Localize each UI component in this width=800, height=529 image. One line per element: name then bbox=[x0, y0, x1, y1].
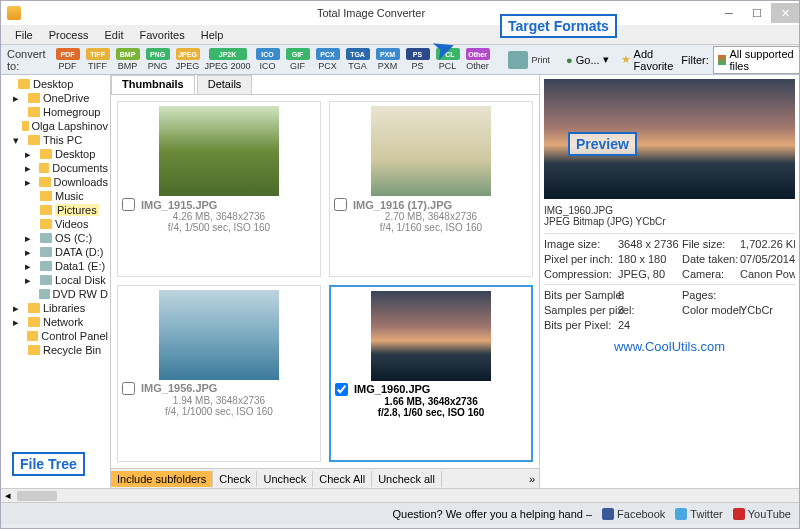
uncheck-all-button[interactable]: Uncheck all bbox=[372, 471, 442, 487]
uncheck-button[interactable]: Uncheck bbox=[257, 471, 313, 487]
convert-to-label: Convert to: bbox=[7, 48, 46, 72]
maximize-button[interactable]: ☐ bbox=[743, 3, 771, 23]
bin-icon bbox=[28, 345, 40, 355]
tree-node[interactable]: ▸Downloads bbox=[3, 175, 108, 189]
menu-help[interactable]: Help bbox=[193, 29, 232, 41]
printer-icon bbox=[508, 51, 528, 69]
thumbnail-checkbox[interactable] bbox=[335, 383, 348, 396]
tree-node[interactable]: ▸Network bbox=[3, 315, 108, 329]
format-jpeg-button[interactable]: JPEGJPEG bbox=[174, 48, 202, 71]
thumbnail-checkbox[interactable] bbox=[122, 198, 135, 211]
tree-node[interactable]: Videos bbox=[3, 217, 108, 231]
menu-file[interactable]: File bbox=[7, 29, 41, 41]
tree-node[interactable]: ▸Documents bbox=[3, 161, 108, 175]
thumbnail-item[interactable]: IMG_1960.JPG1.66 MB, 3648x2736f/2.8, 1/6… bbox=[329, 285, 533, 463]
format-jp2k-button[interactable]: JP2KJPEG 2000 bbox=[204, 48, 252, 71]
filter-select[interactable]: All supported files▾ bbox=[713, 46, 800, 74]
preview-properties: Image size:3648 x 2736 File size:1,702.2… bbox=[544, 233, 795, 280]
menu-bar: File Process Edit Favorites Help bbox=[1, 25, 799, 45]
filter-label: Filter: bbox=[681, 54, 709, 66]
view-tabs: Thumbnails Details bbox=[111, 75, 539, 95]
include-subfolders-button[interactable]: Include subfolders bbox=[111, 471, 213, 487]
thumbnail-name: IMG_1916 (17).JPG bbox=[353, 199, 452, 211]
disk-icon bbox=[40, 261, 52, 271]
format-bmp-button[interactable]: BMPBMP bbox=[114, 48, 142, 71]
preview-image bbox=[544, 79, 795, 199]
print-button[interactable] bbox=[504, 51, 532, 69]
thumbnail-image bbox=[371, 106, 491, 196]
youtube-icon bbox=[733, 508, 745, 520]
format-ps-button[interactable]: PSPS bbox=[404, 48, 432, 71]
thumbnail-item[interactable]: IMG_1915.JPG4.26 MB, 3648x2736f/4, 1/500… bbox=[117, 101, 321, 277]
tree-node[interactable]: ▸Libraries bbox=[3, 301, 108, 315]
format-pxm-button[interactable]: PXMPXM bbox=[374, 48, 402, 71]
coolutils-link[interactable]: www.CoolUtils.com bbox=[544, 339, 795, 354]
tree-node[interactable]: ▾This PC bbox=[3, 133, 108, 147]
tab-thumbnails[interactable]: Thumbnails bbox=[111, 75, 195, 94]
thumbnail-checkbox[interactable] bbox=[334, 198, 347, 211]
group-icon bbox=[28, 107, 40, 117]
folder-icon bbox=[39, 177, 50, 187]
close-button[interactable]: ✕ bbox=[771, 3, 799, 23]
horizontal-scrollbar[interactable]: ◂ bbox=[1, 488, 799, 502]
tree-node[interactable]: ▸Data1 (E:) bbox=[3, 259, 108, 273]
tree-node[interactable]: ▸Local Disk bbox=[3, 273, 108, 287]
menu-process[interactable]: Process bbox=[41, 29, 97, 41]
format-gif-button[interactable]: GIFGIF bbox=[284, 48, 312, 71]
thumbnail-image bbox=[159, 290, 279, 380]
twitter-icon bbox=[675, 508, 687, 520]
format-pcx-button[interactable]: PCXPCX bbox=[314, 48, 342, 71]
file-tree[interactable]: Desktop▸OneDriveHomegroupOlga Lapshinov▾… bbox=[1, 75, 111, 488]
format-pcl-button[interactable]: PCLPCL bbox=[434, 48, 462, 71]
social-twitter[interactable]: Twitter bbox=[675, 508, 722, 520]
go-button[interactable]: ●Go...▾ bbox=[562, 53, 613, 66]
thumbnail-item[interactable]: IMG_1956.JPG1.94 MB, 3648x2736f/4, 1/100… bbox=[117, 285, 321, 463]
tree-node[interactable]: Pictures bbox=[3, 203, 108, 217]
social-facebook[interactable]: Facebook bbox=[602, 508, 665, 520]
tree-node[interactable]: ▸OS (C:) bbox=[3, 231, 108, 245]
tree-node[interactable]: ▸OneDrive bbox=[3, 91, 108, 105]
cpl-icon bbox=[27, 331, 38, 341]
tree-node[interactable]: Music bbox=[3, 189, 108, 203]
format-png-button[interactable]: PNGPNG bbox=[144, 48, 172, 71]
lib-icon bbox=[28, 303, 40, 313]
social-youtube[interactable]: YouTube bbox=[733, 508, 791, 520]
format-pdf-button[interactable]: PDFPDF bbox=[54, 48, 82, 71]
format-tiff-button[interactable]: TIFFTIFF bbox=[84, 48, 112, 71]
tree-node[interactable]: Control Panel bbox=[3, 329, 108, 343]
folder-icon bbox=[40, 191, 52, 201]
format-other-button[interactable]: OtherOther bbox=[464, 48, 492, 71]
format-tga-button[interactable]: TGATGA bbox=[344, 48, 372, 71]
app-icon bbox=[7, 6, 21, 20]
cloud-icon bbox=[28, 93, 40, 103]
tree-node[interactable]: Recycle Bin bbox=[3, 343, 108, 357]
menu-edit[interactable]: Edit bbox=[96, 29, 131, 41]
tree-node[interactable]: ▸DATA (D:) bbox=[3, 245, 108, 259]
dvd-icon bbox=[39, 289, 50, 299]
thumbnail-checkbox[interactable] bbox=[122, 382, 135, 395]
tree-node[interactable]: ▸Desktop bbox=[3, 147, 108, 161]
tree-node[interactable]: Homegroup bbox=[3, 105, 108, 119]
check-button[interactable]: Check bbox=[213, 471, 257, 487]
format-ico-button[interactable]: ICOICO bbox=[254, 48, 282, 71]
tree-node[interactable]: Desktop bbox=[3, 77, 108, 91]
thumbnail-grid: IMG_1915.JPG4.26 MB, 3648x2736f/4, 1/500… bbox=[111, 95, 539, 468]
folder-icon bbox=[40, 205, 52, 215]
menu-favorites[interactable]: Favorites bbox=[131, 29, 192, 41]
folder-icon bbox=[40, 219, 52, 229]
preview-desc: JPEG Bitmap (JPG) YCbCr bbox=[544, 216, 795, 227]
print-label: Print bbox=[532, 55, 551, 65]
tree-node[interactable]: Olga Lapshinov bbox=[3, 119, 108, 133]
thumbnail-item[interactable]: IMG_1916 (17).JPG2.70 MB, 3648x2736f/4, … bbox=[329, 101, 533, 277]
minimize-button[interactable]: ─ bbox=[715, 3, 743, 23]
selection-bar: Include subfolders Check Uncheck Check A… bbox=[111, 468, 539, 488]
expand-icon[interactable]: » bbox=[525, 473, 539, 485]
thumbnail-name: IMG_1915.JPG bbox=[141, 199, 217, 211]
tab-details[interactable]: Details bbox=[197, 75, 253, 94]
check-all-button[interactable]: Check All bbox=[313, 471, 372, 487]
add-favorite-button[interactable]: ★Add Favorite bbox=[617, 48, 678, 72]
tree-node[interactable]: DVD RW D bbox=[3, 287, 108, 301]
pc-icon bbox=[28, 135, 40, 145]
net-icon bbox=[28, 317, 40, 327]
thumbnail-image bbox=[371, 291, 491, 381]
